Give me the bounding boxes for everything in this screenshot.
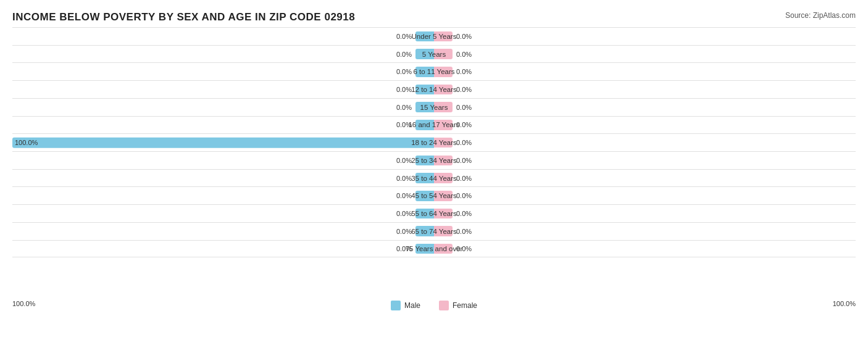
left-section: 0.0% [12, 46, 434, 63]
footer-left-value: 100.0% [12, 300, 35, 307]
female-bar [434, 173, 453, 183]
source-text: Source: ZipAtlas.com [785, 11, 856, 20]
left-section: 0.0% [12, 117, 434, 134]
male-pct-label: 0.0% [390, 228, 412, 235]
male-pct-label: 0.0% [390, 157, 412, 164]
chart-row: 0.0%0.0%5 Years [12, 45, 856, 63]
right-section: 0.0% [434, 241, 856, 257]
male-bar [415, 67, 434, 77]
footer-right-value: 100.0% [833, 300, 856, 307]
female-pct-label: 0.0% [456, 210, 478, 217]
female-bar [434, 244, 453, 254]
female-pct-label: 0.0% [456, 68, 478, 75]
male-pct-label: 0.0% [390, 86, 412, 93]
legend-male-label: Male [404, 301, 420, 310]
right-section: 0.0% [434, 99, 856, 116]
female-bar [434, 156, 453, 166]
male-bar [415, 49, 434, 59]
female-pct-label: 0.0% [456, 157, 478, 164]
male-pct-label: 0.0% [390, 192, 412, 199]
left-section: 0.0% [12, 28, 434, 45]
left-section: 0.0% [12, 241, 434, 257]
female-bar [434, 226, 453, 236]
male-bar [415, 85, 434, 95]
female-pct-label: 0.0% [456, 86, 478, 93]
right-section: 0.0% [434, 117, 856, 134]
left-section: 0.0% [12, 81, 434, 98]
chart-row: 0.0%0.0%65 to 74 Years [12, 222, 856, 240]
chart-row: 0.0%0.0%6 to 11 Years [12, 62, 856, 80]
left-section: 0.0% [12, 63, 434, 80]
male-bar [415, 31, 434, 42]
left-section: 0.0% [12, 170, 434, 187]
female-pct-label: 0.0% [456, 121, 478, 128]
male-pct-label: 0.0% [390, 121, 412, 128]
male-pct-label: 0.0% [390, 51, 412, 58]
legend-female-box [439, 301, 449, 310]
male-pct-label: 0.0% [390, 104, 412, 111]
right-section: 0.0% [434, 152, 856, 169]
male-bar [415, 244, 434, 254]
male-pct-label: 0.0% [390, 175, 412, 182]
female-pct-label: 0.0% [456, 245, 478, 252]
female-bar [434, 67, 453, 77]
right-section: 0.0% [434, 223, 856, 240]
female-pct-label: 0.0% [456, 228, 478, 235]
male-bar [12, 138, 434, 148]
female-pct-label: 0.0% [456, 139, 478, 146]
right-section: 0.0% [434, 170, 856, 187]
chart-row: 100.0%0.0%18 to 24 Years [12, 133, 856, 151]
right-section: 0.0% [434, 81, 856, 98]
legend-female-label: Female [453, 301, 477, 310]
right-section: 0.0% [434, 63, 856, 80]
chart-row: 0.0%0.0%Under 5 Years [12, 27, 856, 45]
right-section: 0.0% [434, 134, 856, 151]
male-bar [415, 120, 434, 130]
male-pct-label: 0.0% [390, 245, 412, 252]
male-bar [415, 191, 434, 201]
right-section: 0.0% [434, 28, 856, 45]
male-pct-label: 100.0% [15, 139, 38, 146]
chart-row: 0.0%0.0%35 to 44 Years [12, 169, 856, 187]
male-bar [415, 226, 434, 236]
male-bar [415, 209, 434, 219]
chart-area: 0.0%0.0%Under 5 Years0.0%0.0%5 Years0.0%… [12, 27, 856, 293]
footer-row: 100.0% Male Female 100.0% [12, 294, 856, 313]
female-pct-label: 0.0% [456, 104, 478, 111]
female-pct-label: 0.0% [456, 33, 478, 40]
chart-row: 0.0%0.0%12 to 14 Years [12, 80, 856, 98]
male-bar [415, 156, 434, 166]
male-pct-label: 0.0% [390, 210, 412, 217]
female-bar [434, 120, 453, 130]
left-section: 100.0% [12, 134, 434, 151]
left-section: 0.0% [12, 152, 434, 169]
female-bar [434, 102, 453, 112]
male-bar [415, 102, 434, 112]
left-section: 0.0% [12, 205, 434, 222]
left-section: 0.0% [12, 187, 434, 204]
female-bar [434, 85, 453, 95]
female-bar [434, 49, 453, 59]
female-bar [434, 191, 453, 201]
right-section: 0.0% [434, 46, 856, 63]
female-bar [434, 31, 453, 42]
left-section: 0.0% [12, 223, 434, 240]
chart-row: 0.0%0.0%15 Years [12, 98, 856, 116]
female-bar [434, 209, 453, 219]
chart-row: 0.0%0.0%45 to 54 Years [12, 186, 856, 204]
male-pct-label: 0.0% [390, 33, 412, 40]
female-pct-label: 0.0% [456, 175, 478, 182]
right-section: 0.0% [434, 187, 856, 204]
male-bar [415, 173, 434, 183]
legend-male: Male [391, 301, 420, 310]
chart-container: INCOME BELOW POVERTY BY SEX AND AGE IN Z… [0, 0, 868, 345]
chart-row: 0.0%0.0%75 Years and over [12, 240, 856, 258]
legend: Male Female [391, 298, 477, 313]
male-pct-label: 0.0% [390, 68, 412, 75]
chart-row: 0.0%0.0%16 and 17 Years [12, 116, 856, 134]
legend-female: Female [439, 301, 477, 310]
chart-row: 0.0%0.0%25 to 34 Years [12, 151, 856, 169]
female-pct-label: 0.0% [456, 51, 478, 58]
chart-row: 0.0%0.0%55 to 64 Years [12, 204, 856, 222]
female-pct-label: 0.0% [456, 192, 478, 199]
